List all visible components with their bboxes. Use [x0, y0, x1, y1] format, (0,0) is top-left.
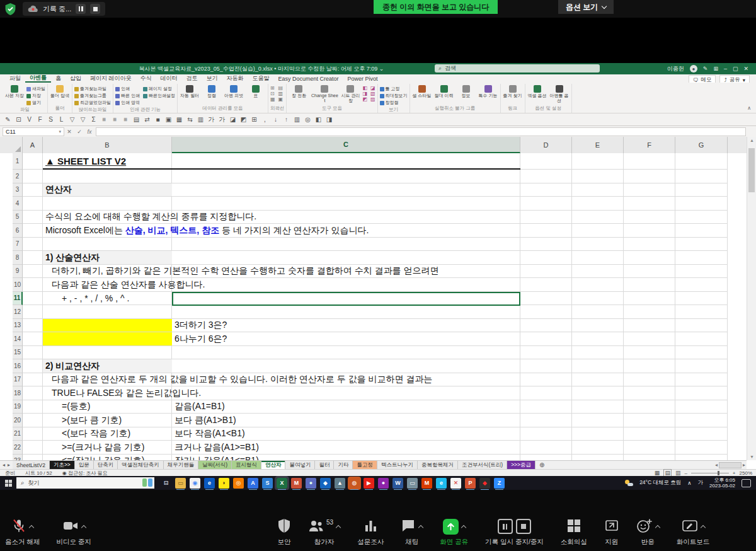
merge-center-icon[interactable]: ▤	[131, 116, 142, 123]
cell-D6[interactable]	[520, 224, 572, 238]
cell-G14[interactable]	[675, 332, 728, 346]
menu-tab-검토[interactable]: 검토	[182, 74, 202, 83]
cell-E3[interactable]	[572, 183, 624, 197]
sheet-tab-연산자[interactable]: 연산자	[261, 461, 286, 469]
format-painter-icon[interactable]: ✎	[3, 116, 13, 123]
row-header-1[interactable]: 1	[13, 153, 23, 170]
cell-A13[interactable]	[23, 319, 43, 333]
cell-E12[interactable]	[572, 305, 624, 319]
cell-E15[interactable]	[572, 346, 624, 360]
ribbon-button[interactable]: 표	[246, 84, 266, 98]
sheet-tab-SheetListV2[interactable]: SheetListV2	[13, 461, 50, 469]
ribbon-button[interactable]: ▧	[370, 91, 375, 96]
cell-C4[interactable]	[172, 197, 520, 211]
zoom-in-icon[interactable]: +	[733, 470, 736, 476]
row-header-15[interactable]: 15	[13, 346, 23, 360]
notification-icon[interactable]	[742, 479, 751, 487]
cell-D15[interactable]	[520, 346, 572, 360]
cell-G3[interactable]	[675, 183, 728, 197]
row-header-4[interactable]: 4	[13, 197, 23, 211]
office-icon[interactable]: M	[421, 478, 432, 489]
sort-az-icon[interactable]: ↓	[270, 116, 281, 123]
cell-D22[interactable]	[520, 441, 572, 455]
borders-icon[interactable]: ⊞	[249, 116, 260, 123]
hscroll-left-icon[interactable]: ◂	[715, 462, 718, 468]
sheet-next-icon[interactable]: ▸	[8, 462, 10, 468]
cell-F18[interactable]	[624, 386, 675, 400]
scroll-down-icon[interactable]: ▼	[747, 455, 756, 459]
ribbon-button[interactable]: 열기	[26, 100, 45, 106]
zoom-record-button[interactable]: 기록 일시 중지/중지	[485, 518, 544, 547]
row-header-9[interactable]: 9	[13, 265, 23, 279]
column-header-G[interactable]: G	[675, 137, 728, 153]
hscroll-thumb[interactable]	[719, 462, 742, 468]
kakaotalk-icon[interactable]: ◗	[219, 478, 229, 489]
zoom-level[interactable]: 250%	[740, 470, 752, 476]
row-header-7[interactable]: 7	[13, 238, 23, 252]
ribbon-button[interactable]: ▤	[278, 86, 284, 91]
cell-F6[interactable]	[624, 224, 675, 238]
cell-D21[interactable]	[520, 427, 572, 441]
hscroll-right-icon[interactable]: ▸	[743, 462, 745, 468]
v-icon[interactable]: V	[24, 116, 35, 123]
cell-G20[interactable]	[675, 414, 728, 427]
cell-C2[interactable]	[172, 170, 520, 183]
ribbon-button[interactable]: 창정렬	[380, 100, 408, 106]
cell-D17[interactable]	[520, 373, 572, 387]
ribbon-button[interactable]: 셀 스타일	[412, 84, 432, 98]
cell-F20[interactable]	[624, 414, 675, 427]
close-button[interactable]: ✕	[743, 66, 748, 72]
cell-E4[interactable]	[572, 197, 624, 211]
ime-indicator[interactable]: 가	[698, 479, 704, 487]
cell-G18[interactable]	[675, 386, 728, 400]
ribbon-button[interactable]: ▨	[370, 97, 375, 102]
cell-F5[interactable]	[624, 211, 675, 224]
start-button[interactable]	[0, 480, 16, 487]
row-header-18[interactable]: 18	[13, 386, 23, 400]
cell-C8[interactable]	[172, 251, 520, 265]
cell-A4[interactable]	[23, 197, 43, 211]
grid-icon[interactable]: ▥	[195, 116, 206, 123]
cell-B4[interactable]	[43, 197, 172, 211]
s-icon[interactable]: S	[45, 116, 56, 123]
row-header-23[interactable]: 23	[13, 455, 23, 461]
zoom-slider[interactable]	[691, 473, 729, 473]
cell-A19[interactable]	[23, 400, 43, 414]
zoom-video-button[interactable]: 비디오 중지	[56, 518, 91, 547]
row-header-12[interactable]: 12	[13, 305, 23, 319]
accessibility-status[interactable]: ◉ 접근성: 조사 필요	[62, 470, 108, 477]
cell-B7[interactable]	[43, 238, 172, 252]
sheet-tab-표시형식[interactable]: 표시형식	[232, 461, 261, 469]
ribbon-button[interactable]: 인쇄 영역	[115, 100, 140, 106]
cell-A12[interactable]	[23, 305, 43, 319]
ribbon-button[interactable]: 사본 저장	[4, 84, 25, 98]
menu-tab-Easy Document Creator[interactable]: Easy Document Creator	[274, 74, 343, 83]
cell-C15[interactable]	[172, 346, 520, 360]
row-header-16[interactable]: 16	[13, 359, 23, 373]
sort-za-icon[interactable]: ↑	[281, 116, 292, 123]
column-header-B[interactable]: B	[43, 137, 172, 153]
cell-F19[interactable]	[624, 400, 675, 414]
cell-G5[interactable]	[675, 211, 728, 224]
column-header-C[interactable]: C	[172, 137, 520, 153]
cell-A5[interactable]	[23, 211, 43, 224]
ribbon-button[interactable]: ▣	[278, 97, 284, 102]
ie-icon[interactable]: e	[436, 478, 447, 489]
add-sheet-button[interactable]: ⊕	[536, 461, 548, 469]
chevron-up-icon[interactable]	[700, 525, 705, 530]
cell-C3[interactable]	[172, 183, 520, 197]
cell-F3[interactable]	[624, 183, 675, 197]
youtube-icon[interactable]: ▶	[364, 478, 374, 489]
ribbon-button[interactable]: 즐겨찾는파일	[74, 86, 111, 92]
cell-D16[interactable]	[520, 359, 572, 373]
row-header-17[interactable]: 17	[13, 373, 23, 387]
copy-icon[interactable]: ⊡	[13, 116, 24, 123]
cell-D23[interactable]	[520, 455, 572, 461]
sheet-tab->>>중급[interactable]: >>>중급	[507, 461, 536, 469]
sheet-tab-날짜(서식)[interactable]: 날짜(서식)	[198, 461, 232, 469]
ribbon-button[interactable]: ▥	[278, 91, 284, 96]
window-split-icon[interactable]: ◧	[313, 116, 324, 123]
cell-A1[interactable]	[23, 153, 43, 170]
chevron-up-icon[interactable]	[461, 525, 466, 530]
cell-E21[interactable]	[572, 427, 624, 441]
